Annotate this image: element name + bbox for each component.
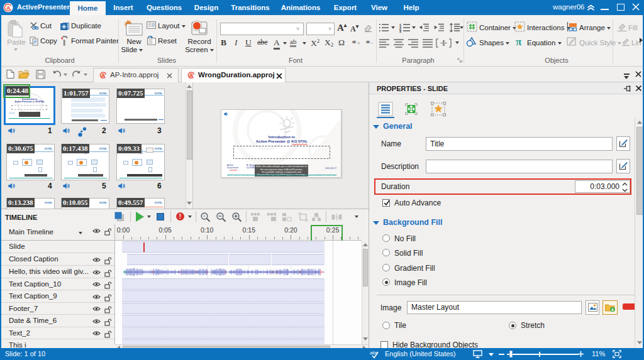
svg-text:a: a <box>6 4 10 11</box>
svg-text:3: 3 <box>399 30 401 33</box>
